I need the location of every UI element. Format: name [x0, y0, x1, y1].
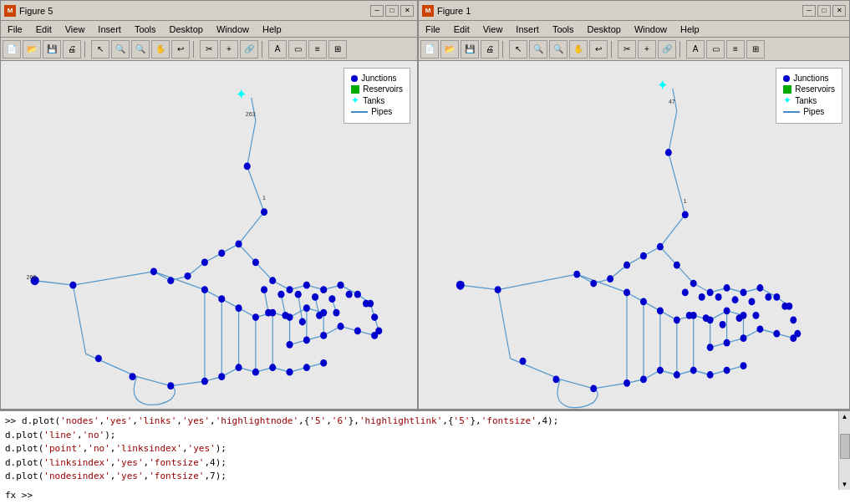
- fig1-tb-brush[interactable]: ✂: [618, 40, 636, 59]
- figure5-menu-tools[interactable]: Tools: [131, 23, 160, 35]
- fig5-tb-pan[interactable]: ✋: [151, 40, 170, 59]
- svg-point-232: [741, 362, 747, 369]
- fig5-tb-open[interactable]: 📂: [23, 40, 41, 59]
- figure1-maximize-btn[interactable]: □: [817, 5, 831, 17]
- svg-point-64: [129, 373, 135, 380]
- fig5-tb-cursor[interactable]: ↖: [91, 40, 109, 59]
- figure1-menu-window[interactable]: Window: [631, 23, 670, 35]
- console-code-6: },: [349, 415, 359, 426]
- console-input[interactable]: [33, 490, 845, 501]
- fig1-tb-pan[interactable]: ✋: [569, 40, 588, 59]
- fig1-tb-cursor[interactable]: ↖: [509, 40, 527, 59]
- console-code-4: ,{: [298, 415, 309, 426]
- legend-tanks-fig5: ✦ Tanks: [351, 95, 403, 105]
- svg-point-227: [690, 367, 697, 374]
- figure1-menu-help[interactable]: Help: [677, 23, 703, 35]
- console-content: >> d.plot('nodes','yes','links','yes','h…: [0, 411, 838, 490]
- console-code-17: );: [216, 443, 226, 454]
- figure5-maximize-btn[interactable]: □: [385, 5, 399, 17]
- svg-point-178: [495, 286, 501, 293]
- fig5-tb-new[interactable]: 📄: [3, 40, 21, 59]
- console-str-point: 'point': [43, 443, 82, 454]
- svg-point-198: [707, 316, 714, 323]
- scrollbar-down-arrow[interactable]: ▼: [840, 479, 850, 490]
- figure1-menu-edit[interactable]: Edit: [450, 23, 473, 35]
- figure1-minimize-btn[interactable]: ─: [802, 5, 816, 17]
- fig1-tb-zoomout[interactable]: 🔍: [549, 40, 568, 59]
- legend-tanks-fig1: ✦ Tanks: [783, 95, 835, 105]
- figure5-menu-desktop[interactable]: Desktop: [166, 23, 206, 35]
- figure1-menu-view[interactable]: View: [480, 23, 506, 35]
- figure1-menu-file[interactable]: File: [422, 23, 444, 35]
- figure5-plot[interactable]: Junctions Reservoirs ✦ Tanks Pipes: [1, 61, 417, 409]
- figure1-close-btn[interactable]: ✕: [832, 5, 846, 17]
- scrollbar-thumb[interactable]: [840, 434, 850, 459]
- figure5-close-btn[interactable]: ✕: [400, 5, 414, 17]
- svg-point-206: [741, 312, 747, 319]
- svg-point-188: [657, 243, 664, 251]
- svg-point-95: [337, 323, 344, 330]
- svg-text:✦: ✦: [657, 77, 668, 94]
- figure5-menu-window[interactable]: Window: [213, 23, 252, 35]
- console-code-2: ,: [132, 415, 138, 426]
- console-code-18: d.plot(: [5, 457, 43, 468]
- svg-point-226: [686, 312, 693, 319]
- fig5-tb-legend[interactable]: ≡: [308, 40, 327, 59]
- fig1-tb-grid[interactable]: ⊞: [746, 40, 765, 59]
- fig5-tb-print[interactable]: 🖨: [63, 40, 81, 59]
- svg-point-92: [328, 295, 335, 303]
- svg-point-85: [303, 282, 310, 289]
- console-fx-prompt: fx >>: [5, 490, 33, 501]
- svg-point-76: [261, 208, 267, 216]
- fig1-tb-zoomin[interactable]: 🔍: [529, 40, 547, 59]
- fig5-tb-zoomin[interactable]: 🔍: [111, 40, 130, 59]
- figure5-menu-insert[interactable]: Insert: [94, 23, 125, 35]
- legend-pipes-label-fig5: Pipes: [371, 107, 392, 116]
- figure1-menu-tools[interactable]: Tools: [549, 23, 578, 35]
- figure1-menu-desktop[interactable]: Desktop: [584, 23, 624, 35]
- console-scrollbar[interactable]: ▲ ▼: [838, 411, 850, 490]
- figure5-minimize-btn[interactable]: ─: [370, 5, 384, 17]
- fig5-tb-annotation[interactable]: A: [268, 40, 287, 59]
- fig1-tb-rotate[interactable]: ↩: [589, 40, 608, 59]
- console-code-12: );: [104, 430, 115, 440]
- fig5-tb-save[interactable]: 💾: [43, 40, 61, 59]
- figure5-menu-view[interactable]: View: [62, 23, 89, 35]
- fig5-tb-brush[interactable]: ✂: [200, 40, 218, 59]
- figure5-titlebar: M Figure 5 ─ □ ✕: [1, 1, 417, 21]
- fig1-tb-datacursor[interactable]: +: [638, 40, 656, 59]
- fig5-tb-datacursor[interactable]: +: [220, 40, 238, 59]
- svg-point-70: [218, 250, 225, 257]
- figure5-menu-help[interactable]: Help: [259, 23, 285, 35]
- console-code-9: ,4);: [537, 415, 559, 426]
- figure5-menu-file[interactable]: File: [4, 23, 26, 35]
- svg-point-207: [741, 334, 747, 342]
- fig5-tb-grid[interactable]: ⊞: [328, 40, 347, 59]
- fig1-tb-annotation[interactable]: A: [686, 40, 705, 59]
- scrollbar-up-arrow[interactable]: ▲: [840, 411, 850, 422]
- figure5-menu-edit[interactable]: Edit: [33, 23, 55, 35]
- console-str-yes5: 'yes': [115, 471, 143, 481]
- fig1-tb-colorbar[interactable]: ▭: [706, 40, 725, 59]
- figure1-title-left: M Figure 1: [422, 5, 471, 17]
- fig5-tb-rotate[interactable]: ↩: [171, 40, 190, 59]
- svg-point-66: [167, 277, 174, 284]
- console-str-fs3: 'fontsize': [149, 471, 204, 481]
- fig5-tb-link[interactable]: 🔗: [240, 40, 258, 59]
- fig1-tb-print[interactable]: 🖨: [481, 40, 499, 59]
- figure1-plot[interactable]: Junctions Reservoirs ✦ Tanks Pipes: [419, 61, 849, 409]
- fig1-tb-legend[interactable]: ≡: [726, 40, 745, 59]
- fig5-tb-colorbar[interactable]: ▭: [288, 40, 307, 59]
- svg-point-179: [520, 358, 527, 365]
- fig1-tb-save[interactable]: 💾: [461, 40, 479, 59]
- svg-point-87: [312, 293, 318, 301]
- fig5-tb-zoomout[interactable]: 🔍: [131, 40, 150, 59]
- fig1-tb-open[interactable]: 📂: [440, 40, 459, 59]
- fig1-tb-link[interactable]: 🔗: [658, 40, 676, 59]
- fig1-tb-new[interactable]: 📄: [420, 40, 439, 59]
- svg-point-197: [707, 289, 714, 297]
- fig1-tb-sep3: [679, 41, 683, 58]
- console-input-row: fx >>: [0, 490, 850, 504]
- main-container: M Figure 5 ─ □ ✕ File Edit View Insert T…: [0, 0, 850, 504]
- figure1-menu-insert[interactable]: Insert: [512, 23, 542, 35]
